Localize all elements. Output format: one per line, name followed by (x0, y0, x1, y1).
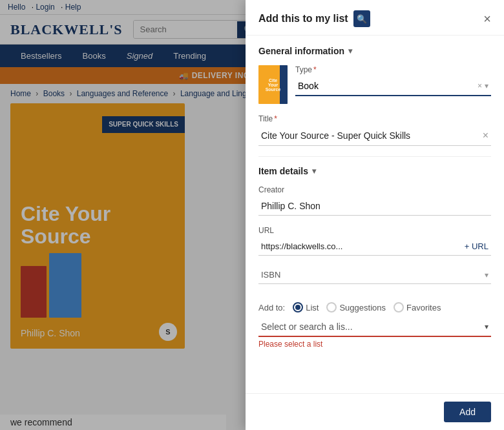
type-chevron-icon: ▾ (485, 81, 488, 90)
modal-title: Add this to my list 🔍 (258, 10, 370, 27)
modal-search-icon[interactable]: 🔍 (353, 10, 370, 27)
modal-body: General information ▾ CiteYourSource Typ… (246, 36, 504, 393)
radio-favorites[interactable]: Favorites (394, 302, 441, 312)
title-field-group: Title * × (258, 114, 491, 146)
modal-close-button[interactable]: × (483, 12, 491, 26)
list-select-arrow-icon: ▾ (485, 322, 488, 331)
isbn-field-group: ISBN ▾ (258, 266, 491, 284)
url-row: https://blackwells.co... + URL (258, 238, 491, 256)
url-field-group: URL https://blackwells.co... + URL (258, 226, 491, 256)
item-details-label: Item details (258, 166, 308, 176)
radio-favorites-dot (394, 302, 404, 312)
book-thumb-row: CiteYourSource Type * Book × ▾ (258, 65, 491, 104)
radio-suggestions-label: Suggestions (339, 303, 386, 312)
radio-suggestions[interactable]: Suggestions (326, 302, 386, 312)
title-required-star: * (274, 114, 277, 123)
type-label: Type * (295, 65, 491, 74)
title-label: Title * (258, 114, 491, 123)
chevron-down-icon: ▾ (348, 46, 352, 56)
type-value: Book (298, 81, 319, 91)
type-clear-icon[interactable]: × (478, 81, 482, 90)
isbn-arrow-icon: ▾ (485, 271, 488, 280)
modal-header: Add this to my list 🔍 × (246, 0, 504, 36)
url-value: https://blackwells.co... (261, 241, 459, 251)
item-details-chevron-icon: ▾ (312, 167, 316, 176)
add-button[interactable]: Add (444, 402, 491, 422)
item-details-section-header[interactable]: Item details ▾ (258, 166, 491, 176)
modal-footer: Add (246, 393, 504, 430)
modal-panel: Add this to my list 🔍 × General informat… (246, 0, 504, 430)
radio-list[interactable]: List (293, 302, 319, 312)
section-divider (258, 156, 491, 157)
list-select-placeholder: Select or search a lis... (261, 322, 353, 332)
title-input-wrap: × (258, 126, 491, 146)
add-to-label: Add to: (258, 303, 285, 312)
book-thumbnail: CiteYourSource (258, 65, 288, 104)
url-add-button[interactable]: + URL (465, 241, 488, 251)
type-required-star: * (313, 65, 317, 74)
general-info-section-header[interactable]: General information ▾ (258, 46, 491, 56)
creator-input[interactable] (258, 197, 491, 216)
general-info-label: General information (258, 46, 344, 56)
radio-suggestions-dot (326, 302, 337, 312)
radio-favorites-label: Favorites (406, 303, 441, 312)
radio-list-label: List (306, 303, 319, 312)
list-select-group: Select or search a lis... ▾ Please selec… (258, 318, 491, 349)
type-select[interactable]: Book × ▾ (295, 77, 491, 96)
validation-error: Please select a list (258, 340, 491, 349)
add-to-row: Add to: List Suggestions Favorites (258, 294, 491, 318)
creator-field-group: Creator (258, 185, 491, 216)
modal-title-text: Add this to my list (258, 13, 348, 25)
list-select[interactable]: Select or search a lis... ▾ (258, 318, 491, 337)
type-select-controls: × ▾ (478, 81, 488, 90)
title-input[interactable] (261, 130, 483, 141)
url-label: URL (258, 226, 491, 235)
isbn-row[interactable]: ISBN ▾ (258, 266, 491, 284)
creator-label: Creator (258, 185, 491, 194)
isbn-label: ISBN (261, 270, 280, 280)
radio-list-dot (293, 302, 303, 312)
type-field-wrap: Type * Book × ▾ (295, 65, 491, 96)
title-clear-button[interactable]: × (483, 130, 488, 141)
